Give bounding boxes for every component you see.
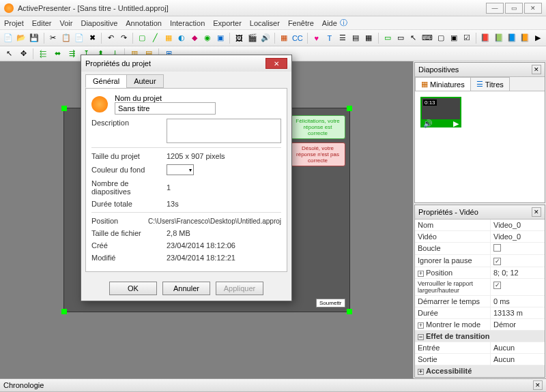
description-input[interactable]: [167, 119, 281, 143]
app-icon: [4, 3, 14, 13]
menu-editer[interactable]: Editer: [32, 19, 52, 27]
align-left-icon[interactable]: ⬱: [37, 48, 49, 60]
modified-value: 23/04/2014 18:12:21: [167, 254, 281, 262]
tool-icon[interactable]: ☑: [461, 32, 472, 44]
cursor-icon[interactable]: ↖: [3, 48, 15, 60]
dialog-close-button[interactable]: ✕: [265, 58, 287, 69]
main-toolbar: 📄 📂 💾 ✂ 📋 📄 ✖ ↶ ↷ ▢ ╱ ▦ ◐ ◆ ◉ ▣ 🖼 🎬 🔊 ▦ …: [0, 30, 546, 46]
tab-thumbnails[interactable]: ▦Miniatures: [415, 77, 471, 91]
text-icon[interactable]: T: [324, 32, 335, 44]
thumb-duration: 0:13: [423, 100, 437, 106]
timeline-title: Chronologie: [3, 381, 44, 389]
path-label: Position: [91, 217, 148, 225]
properties-grid[interactable]: NomVideo_0 VidéoVideo_0 Boucle Ignorer l…: [415, 220, 545, 377]
paste-icon[interactable]: 📄: [74, 32, 85, 44]
align-center-icon[interactable]: ⬌: [51, 48, 63, 60]
menu-exporter[interactable]: Exporter: [213, 19, 242, 27]
menu-fenetre[interactable]: Fenêtre: [288, 19, 314, 27]
feedback-correct[interactable]: Félicitations, votre réponse est correct…: [291, 115, 345, 139]
align-right-icon[interactable]: ⇶: [66, 48, 78, 60]
menu-aide[interactable]: Aide: [322, 19, 337, 27]
cancel-button[interactable]: Annuler: [162, 282, 210, 295]
tool-icon[interactable]: ▢: [435, 32, 446, 44]
list-icon[interactable]: ☰: [337, 32, 348, 44]
description-label: Description: [91, 119, 167, 127]
tab-general[interactable]: Général: [85, 74, 127, 88]
duration-label: Durée totale: [91, 200, 167, 208]
cc-icon[interactable]: CC: [291, 32, 304, 44]
filesize-value: 2,8 MB: [167, 229, 281, 237]
highlight-icon[interactable]: ▦: [163, 32, 174, 44]
button-icon[interactable]: ▭: [382, 32, 392, 44]
submit-button[interactable]: Soumettr: [316, 299, 345, 307]
cut-icon[interactable]: ✂: [47, 32, 58, 44]
project-name-input[interactable]: [115, 102, 216, 115]
open-icon[interactable]: 📂: [16, 32, 27, 44]
cursor-icon[interactable]: ↖: [408, 32, 419, 44]
image-icon[interactable]: 🖼: [233, 32, 244, 44]
panel-close-icon[interactable]: ✕: [533, 380, 543, 390]
tab-author[interactable]: Auteur: [126, 74, 163, 88]
audio-icon[interactable]: 🔊: [260, 32, 271, 44]
size-label: Taille du projet: [91, 152, 167, 160]
close-button[interactable]: ✕: [524, 3, 542, 14]
slides-panel-title: Diapositives: [418, 65, 459, 74]
window-titlebar: ActivePresenter - [Sans titre - Untitled…: [0, 0, 546, 16]
window-title: ActivePresenter - [Sans titre - Untitled…: [18, 4, 486, 12]
delete-icon[interactable]: ✖: [87, 32, 98, 44]
tool-icon[interactable]: ▣: [448, 32, 459, 44]
new-icon[interactable]: 📄: [3, 32, 14, 44]
size-value: 1205 x 907 pixels: [167, 152, 281, 160]
timeline-header: Chronologie ✕: [0, 379, 546, 392]
panel-close-icon[interactable]: ✕: [532, 207, 541, 217]
feedback-incorrect[interactable]: Désolé, votre réponse n'est pas correcte: [291, 142, 345, 166]
save-icon[interactable]: 💾: [29, 32, 40, 44]
field-icon[interactable]: ▭: [395, 32, 406, 44]
project-properties-dialog: Propriétés du projet ✕ Général Auteur No…: [81, 55, 292, 301]
dialog-titlebar[interactable]: Propriétés du projet ✕: [81, 55, 291, 72]
heart-icon[interactable]: ♥: [311, 32, 322, 44]
key-icon[interactable]: ⌨: [421, 32, 433, 44]
copy-icon[interactable]: 📋: [61, 32, 72, 44]
video-icon[interactable]: 🎬: [246, 32, 257, 44]
menu-projet[interactable]: Projet: [4, 19, 24, 27]
tool-icon[interactable]: ◉: [202, 32, 213, 44]
tool-icon[interactable]: ▣: [215, 32, 226, 44]
word-icon[interactable]: 📘: [506, 32, 517, 44]
align-icon[interactable]: ▦: [363, 32, 374, 44]
export-icon[interactable]: ▶: [532, 32, 543, 44]
apply-button[interactable]: Appliquer: [216, 282, 263, 295]
menu-voir[interactable]: Voir: [60, 19, 73, 27]
redo-icon[interactable]: ↷: [118, 32, 129, 44]
line-icon[interactable]: ╱: [149, 32, 160, 44]
created-value: 23/04/2014 18:12:06: [167, 241, 281, 250]
slidecount-value: 1: [167, 183, 281, 192]
filesize-label: Taille de fichier: [91, 229, 167, 237]
excel-icon[interactable]: 📗: [493, 32, 504, 44]
menu-diapositive[interactable]: Diapositive: [81, 19, 117, 27]
panel-close-icon[interactable]: ✕: [532, 65, 541, 74]
thumbnails-area[interactable]: 0:13 🔊▶: [415, 91, 545, 202]
zoom-icon[interactable]: ▦: [278, 32, 289, 44]
bgcolor-picker[interactable]: [167, 164, 194, 175]
maximize-button[interactable]: ▭: [505, 3, 523, 14]
spotlight-icon[interactable]: ◐: [176, 32, 187, 44]
path-value: C:\Users\Francesco\Desktop\Untitled.appr…: [148, 217, 281, 225]
align-icon[interactable]: ▤: [350, 32, 361, 44]
slide-thumbnail[interactable]: 0:13 🔊▶: [420, 97, 461, 127]
shape-icon[interactable]: ▢: [136, 32, 147, 44]
tool-icon[interactable]: ◆: [189, 32, 200, 44]
minimize-button[interactable]: —: [486, 3, 504, 14]
pdf-icon[interactable]: 📕: [480, 32, 491, 44]
tool-icon[interactable]: ✥: [17, 48, 29, 60]
undo-icon[interactable]: ↶: [105, 32, 116, 44]
modified-label: Modifié: [91, 254, 167, 262]
menu-localiser[interactable]: Localiser: [250, 19, 280, 27]
tab-titles[interactable]: ☰Titres: [470, 77, 510, 91]
menu-interaction[interactable]: Interaction: [170, 19, 205, 27]
menu-annotation[interactable]: Annotation: [126, 19, 162, 27]
properties-panel-header: Propriétés - Vidéo ✕: [415, 205, 545, 220]
ok-button[interactable]: OK: [109, 282, 157, 295]
ppt-icon[interactable]: 📙: [519, 32, 530, 44]
menu-bar: Projet Editer Voir Diapositive Annotatio…: [0, 16, 546, 30]
